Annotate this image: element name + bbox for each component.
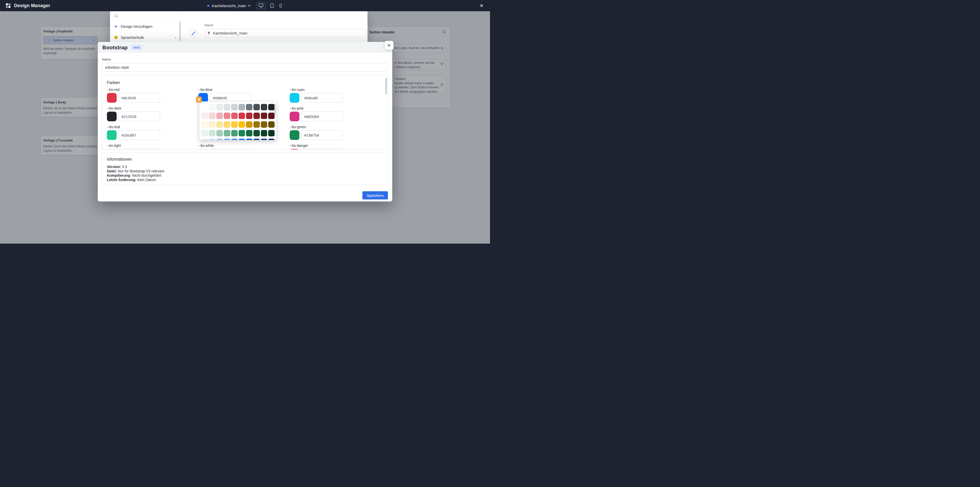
color-hex-input[interactable] [119,112,160,121]
palette-swatch[interactable] [231,139,238,140]
palette-swatch[interactable] [239,121,245,128]
palette-swatch[interactable] [253,130,260,136]
picker-scrollbar[interactable] [274,104,275,116]
palette-swatch[interactable] [209,130,215,136]
palette-swatch[interactable] [231,113,238,119]
edit-design-button[interactable] [189,29,198,38]
palette-swatch[interactable] [268,113,275,119]
color-swatch[interactable] [290,112,299,121]
chevron-right-icon: › [175,35,177,40]
palette-swatch[interactable] [231,130,238,136]
bootstrap-style-modal: × Bootstrap beta Name Farben --bs-red [98,42,392,201]
palette-swatch[interactable] [202,104,208,110]
device-phone-button[interactable] [278,3,283,8]
color-swatch[interactable] [107,93,117,103]
palette-swatch[interactable] [253,121,260,128]
device-tablet-button[interactable] [269,3,274,8]
style-name-input[interactable] [102,63,388,72]
color-swatch[interactable] [198,149,208,150]
color-swatch[interactable] [107,130,117,140]
design-name-input[interactable] [213,30,363,35]
color-hex-input[interactable] [119,149,160,150]
palette-swatch[interactable] [224,113,230,119]
palette-swatch[interactable] [202,113,208,119]
palette-swatch[interactable] [246,113,252,119]
color-hex-input[interactable] [210,149,251,150]
color-hex-input[interactable] [301,112,343,121]
bootstrap-picker-icon[interactable]: B [196,97,202,102]
palette-swatch[interactable] [224,130,230,136]
color-hex-input[interactable] [301,149,343,150]
palette-swatch[interactable] [261,130,267,136]
palette-swatch[interactable] [253,113,260,119]
color-hex-input[interactable] [301,130,343,140]
palette-swatch[interactable] [261,121,267,128]
palette-swatch[interactable] [202,130,208,136]
palette-swatch[interactable] [239,104,245,110]
palette-swatch[interactable] [239,139,245,140]
color-swatch[interactable] [290,93,299,103]
palette-swatch[interactable] [231,104,238,110]
color-swatch[interactable] [107,112,117,121]
palette-swatch[interactable] [239,130,245,136]
color-hex-input[interactable] [119,130,160,140]
color-swatch[interactable] [107,149,117,150]
palette-swatch[interactable] [261,113,267,119]
save-button[interactable]: Speichern [363,191,388,200]
info-kompilierung: Kompilierung: Nicht durchgeführt [107,173,383,178]
palette-swatch[interactable] [239,113,245,119]
palette-swatch[interactable] [268,130,275,136]
color-field-bs-light: --bs-light [107,144,160,150]
palette-swatch[interactable] [216,113,223,119]
color-hex-input[interactable] [301,93,343,103]
palette-swatch[interactable] [209,121,215,128]
palette-swatch[interactable] [209,139,215,140]
design-item-sprachschule[interactable]: Sprachschule › [110,32,180,43]
design-name-field[interactable]: T [205,29,366,37]
palette-swatch[interactable] [246,130,252,136]
palette-swatch[interactable] [231,121,238,128]
color-hex-input[interactable] [119,93,160,103]
palette-swatch[interactable] [224,139,230,140]
color-swatch[interactable] [290,130,299,140]
color-field-bs-white: --bs-white [198,144,251,150]
list-scrollbar[interactable] [180,22,181,41]
palette-swatch[interactable] [216,121,223,128]
palette-swatch[interactable] [261,104,267,110]
palette-swatch[interactable] [209,104,215,110]
plus-icon: + [114,24,118,29]
palette-swatch[interactable] [268,139,275,140]
palette-swatch[interactable] [216,130,223,136]
palette-swatch[interactable] [268,104,275,110]
palette-swatch[interactable] [261,139,267,140]
palette-swatch[interactable] [246,104,252,110]
device-desktop-button[interactable] [257,2,266,9]
color-field-bs-pink: --bs-pink [290,106,343,121]
design-search[interactable] [110,11,180,21]
palette-swatch[interactable] [246,139,252,140]
palette-swatch[interactable] [224,104,230,110]
palette-swatch[interactable] [216,139,223,140]
color-field-bs-blue: --bs-blue [198,88,251,103]
palette-swatch[interactable] [253,139,260,140]
design-selector-label: Kachelansicht_main [212,3,246,8]
palette-swatch[interactable] [268,121,275,128]
beta-badge: beta [131,45,142,50]
design-selector-dropdown[interactable]: Kachelansicht_main [207,3,250,8]
design-color-dot [115,36,118,39]
palette-swatch[interactable] [216,104,223,110]
palette-swatch[interactable] [202,139,208,140]
colors-scrollbar[interactable] [385,78,387,94]
colors-section: Farben --bs-red --bs-blue [102,75,388,150]
palette-swatch[interactable] [253,104,260,110]
color-field-bs-dark: --bs-dark [107,106,160,121]
informationen-section: Informationen Version: 5.3 Datei: Nur fü… [102,152,388,185]
palette-swatch[interactable] [224,121,230,128]
color-field-bs-green: --bs-green [290,125,343,140]
color-swatch[interactable] [290,149,299,150]
palette-swatch[interactable] [246,121,252,128]
palette-swatch[interactable] [209,113,215,119]
add-design-button[interactable]: + Design hinzufügen [110,21,180,32]
close-modal-button[interactable]: × [385,41,393,50]
palette-swatch[interactable] [202,121,208,128]
